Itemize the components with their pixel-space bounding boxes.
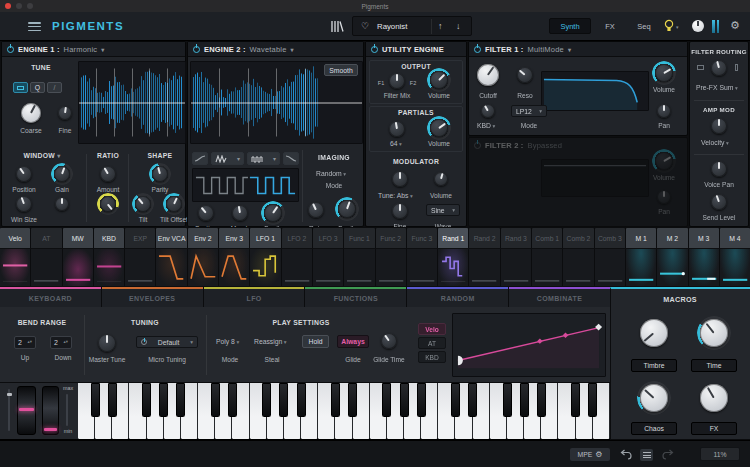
- mod-tile-m-1[interactable]: [626, 249, 656, 286]
- redo-icon[interactable]: [662, 449, 674, 460]
- filter1-pan-knob[interactable]: [657, 104, 671, 118]
- ratio-fine-knob[interactable]: [100, 196, 116, 212]
- pitch-bend-wheel[interactable]: [17, 386, 36, 435]
- mod-tile-at[interactable]: [31, 249, 61, 286]
- heart-icon[interactable]: ♡: [361, 21, 369, 31]
- mod-source-tab-func-2[interactable]: Func 2: [376, 228, 406, 248]
- master-tune-knob[interactable]: [98, 334, 116, 352]
- piano-black-key[interactable]: [262, 383, 271, 417]
- tab-fx[interactable]: FX: [598, 18, 622, 34]
- piano-black-key[interactable]: [228, 383, 237, 417]
- utility-engine-header[interactable]: UTILITY ENGINE: [366, 42, 466, 57]
- mod-tile-env-3[interactable]: [219, 249, 249, 286]
- undo-icon[interactable]: [620, 449, 632, 460]
- mod-source-tab-comb-1[interactable]: Comb 1: [532, 228, 562, 248]
- hold-button[interactable]: Hold: [302, 335, 329, 348]
- engine2-header[interactable]: ENGINE 2 : Wavetable ▾: [188, 42, 363, 57]
- morph-knob[interactable]: [232, 205, 248, 221]
- piano-black-key[interactable]: [520, 383, 529, 417]
- filter2-header[interactable]: FILTER 2 : Bypassed: [469, 138, 687, 153]
- macro-timbre-knob[interactable]: [640, 319, 668, 347]
- mod-tile-func-2[interactable]: [376, 249, 406, 286]
- previous-preset-arrow-icon[interactable]: ↑: [438, 21, 443, 31]
- filter2-pan-knob[interactable]: [657, 190, 671, 204]
- tune-quantize-button[interactable]: Q: [30, 82, 45, 93]
- piano-black-key[interactable]: [279, 383, 288, 417]
- imaging-depth-knob[interactable]: [338, 200, 356, 218]
- steal-mode-dropdown[interactable]: Reassign: [254, 338, 287, 345]
- hamburger-menu-icon[interactable]: [28, 22, 41, 31]
- mpe-button[interactable]: MPE⚙: [570, 448, 610, 461]
- mod-source-tab-m-3[interactable]: M 3: [689, 228, 719, 248]
- modulator-wave-dropdown[interactable]: Sine: [426, 204, 460, 216]
- mod-tile-lfo-1[interactable]: [250, 249, 280, 286]
- filter2-power-icon[interactable]: [474, 142, 481, 149]
- mod-tile-comb-2[interactable]: [563, 249, 593, 286]
- lightbulb-dropdown-arrow-icon[interactable]: ▾: [676, 24, 679, 30]
- piano-black-key[interactable]: [297, 383, 306, 417]
- curve-tab-kbd[interactable]: KBD: [418, 351, 446, 363]
- mod-source-tab-at[interactable]: AT: [31, 228, 61, 248]
- routing-mode-dropdown[interactable]: Pre-FX Sum: [696, 84, 738, 91]
- filter1-mode-dropdown[interactable]: LP12: [511, 105, 547, 117]
- mod-tile-velo[interactable]: [0, 249, 30, 286]
- reso-knob[interactable]: [517, 67, 533, 83]
- poly-mode-dropdown[interactable]: Poly 8: [216, 338, 239, 345]
- mod-source-tab-m-4[interactable]: M 4: [720, 228, 750, 248]
- tab-synth[interactable]: Synth: [549, 18, 591, 34]
- library-icon[interactable]: [330, 20, 344, 33]
- filter1-power-icon[interactable]: [474, 46, 481, 53]
- filter2-type-select[interactable]: Bypassed: [528, 141, 563, 150]
- piano-black-key[interactable]: [588, 383, 597, 417]
- macro-chaos-knob[interactable]: [640, 384, 668, 412]
- section-tab-functions[interactable]: FUNCTIONS: [305, 287, 406, 307]
- bend-down-stepper[interactable]: 2▴▾: [50, 336, 72, 349]
- send-level-knob[interactable]: [711, 194, 727, 210]
- piano-black-key[interactable]: [400, 383, 409, 417]
- mod-source-tab-m-1[interactable]: M 1: [626, 228, 656, 248]
- mod-source-tab-rand-3[interactable]: Rand 3: [501, 228, 531, 248]
- piano-black-key[interactable]: [382, 383, 391, 417]
- filter-routing-knob[interactable]: [711, 60, 727, 76]
- piano-black-key[interactable]: [108, 383, 117, 417]
- piano-black-key[interactable]: [142, 383, 151, 417]
- tune-keyboard-mode-button[interactable]: [13, 82, 28, 93]
- mod-source-tab-mw[interactable]: MW: [63, 228, 93, 248]
- piano-black-key[interactable]: [503, 383, 512, 417]
- voice-pan-knob[interactable]: [711, 161, 727, 177]
- piano-black-key[interactable]: [91, 383, 100, 417]
- modulator-tune-mode-dropdown[interactable]: Tune: Abs: [378, 192, 413, 199]
- tilt-knob[interactable]: [135, 196, 151, 212]
- mod-source-tab-env-3[interactable]: Env 3: [219, 228, 249, 248]
- mod-tile-env-2[interactable]: [188, 249, 218, 286]
- window-mod-knob[interactable]: [55, 197, 69, 211]
- engine1-type-select[interactable]: Harmonic: [64, 45, 98, 54]
- tilt-offset-knob[interactable]: [166, 196, 182, 212]
- piano-black-key[interactable]: [331, 383, 340, 417]
- piano-black-key[interactable]: [211, 383, 220, 417]
- mod-tile-env-vca[interactable]: [156, 249, 186, 286]
- fine-knob[interactable]: [58, 106, 72, 120]
- section-knob[interactable]: [198, 205, 214, 221]
- piano-black-key[interactable]: [451, 383, 460, 417]
- mod-source-tab-m-2[interactable]: M 2: [657, 228, 687, 248]
- mod-source-tab-exp[interactable]: EXP: [125, 228, 155, 248]
- mod-wheel[interactable]: [42, 386, 59, 435]
- filter1-kbd-dropdown[interactable]: KBD: [477, 122, 495, 129]
- wavetable-curve-right-icon[interactable]: [283, 152, 299, 165]
- mod-source-tab-rand-2[interactable]: Rand 2: [469, 228, 499, 248]
- filter1-kbd-knob[interactable]: [481, 104, 495, 118]
- modulator-volume-knob[interactable]: [434, 172, 448, 186]
- section-tab-envelopes[interactable]: ENVELOPES: [102, 287, 203, 307]
- wavetable-select-dropdown[interactable]: ▾: [211, 152, 244, 165]
- partials-count-dropdown[interactable]: 64: [390, 140, 402, 147]
- tab-seq[interactable]: Seq: [630, 18, 658, 34]
- wavetable-curve-left-icon[interactable]: [192, 152, 208, 165]
- history-icon[interactable]: [640, 449, 653, 461]
- mod-tile-m-3[interactable]: [689, 249, 719, 286]
- preset-name[interactable]: Rayonist: [377, 22, 407, 31]
- tips-lightbulb-icon[interactable]: [664, 19, 674, 33]
- mod-tile-m-2[interactable]: [657, 249, 687, 286]
- modulator-fine-knob[interactable]: [392, 203, 408, 219]
- piano-black-key[interactable]: [468, 383, 477, 417]
